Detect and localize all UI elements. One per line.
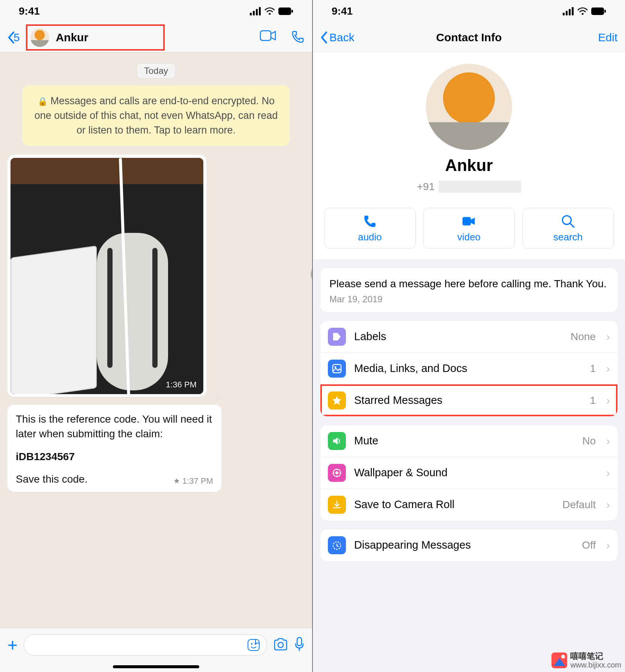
- svg-rect-20: [604, 10, 606, 13]
- chat-header: 5 Ankur: [0, 22, 312, 52]
- contact-info-screen: 9:41 Back Contact Info Edit Ankur: [313, 0, 625, 672]
- disappearing-messages-item[interactable]: Disappearing Messages Off ›: [320, 530, 617, 561]
- battery-icon: [591, 8, 606, 15]
- encryption-text: Messages and calls are end-to-end encryp…: [35, 95, 278, 136]
- phone-icon: [291, 30, 305, 44]
- battery-icon: [278, 8, 293, 15]
- chat-body[interactable]: Today 🔒 Messages and calls are end-to-en…: [0, 52, 312, 628]
- list-label: Starred Messages: [354, 394, 581, 406]
- camera-button[interactable]: [273, 638, 288, 652]
- info-header: Back Contact Info Edit: [313, 22, 625, 52]
- starred-messages-item[interactable]: Starred Messages 1 ›: [320, 384, 617, 416]
- signal-icon: [250, 7, 261, 15]
- chevron-left-icon: [320, 31, 328, 44]
- about-date: Mar 19, 2019: [320, 294, 617, 312]
- save-camera-roll-item[interactable]: Save to Camera Roll Default ›: [320, 489, 617, 520]
- phone-icon: [363, 214, 377, 228]
- svg-point-4: [269, 13, 271, 15]
- contact-header-highlight[interactable]: Ankur: [26, 24, 165, 51]
- message-line-2: Save this code.: [16, 472, 87, 487]
- lock-icon: 🔒: [38, 97, 48, 106]
- list-value: None: [571, 331, 596, 343]
- list-value: Off: [582, 539, 596, 551]
- watermark-url: www.bijixx.com: [570, 661, 621, 669]
- video-call-button[interactable]: [260, 30, 276, 45]
- back-button[interactable]: 5: [8, 31, 20, 44]
- about-text: Please send a message here before callin…: [320, 268, 617, 294]
- chevron-right-icon: ›: [606, 466, 610, 479]
- profile-phone: +91: [417, 181, 521, 193]
- svg-rect-19: [591, 8, 604, 15]
- list-label: Labels: [354, 330, 562, 343]
- chevron-right-icon: ›: [606, 539, 610, 552]
- download-icon: [328, 496, 346, 514]
- media-links-docs-item[interactable]: Media, Links, and Docs 1 ›: [320, 352, 617, 384]
- edit-button[interactable]: Edit: [598, 31, 617, 44]
- message-line-1: This is the reference code. You will nee…: [16, 413, 212, 440]
- wifi-icon: [264, 7, 275, 15]
- list-label: Disappearing Messages: [354, 539, 574, 551]
- wallpaper-sound-item[interactable]: Wallpaper & Sound ›: [320, 457, 617, 489]
- audio-action-button[interactable]: audio: [324, 208, 416, 249]
- status-time: 9:41: [19, 5, 40, 17]
- attach-button[interactable]: +: [8, 635, 18, 655]
- back-button[interactable]: Back: [320, 31, 355, 44]
- home-indicator[interactable]: [0, 662, 312, 672]
- image-message[interactable]: 1:36 PM: [8, 155, 206, 397]
- video-icon: [462, 214, 476, 228]
- svg-point-10: [255, 643, 256, 645]
- list-value: 1: [590, 363, 596, 375]
- svg-rect-3: [259, 7, 261, 15]
- svg-point-18: [582, 13, 584, 15]
- wallpaper-icon: [328, 464, 346, 482]
- svg-point-22: [562, 216, 571, 224]
- list-value: No: [582, 435, 596, 447]
- chevron-right-icon: ›: [606, 394, 610, 407]
- sticker-icon[interactable]: [247, 639, 260, 651]
- video-action-button[interactable]: video: [423, 208, 515, 249]
- svg-point-11: [278, 642, 283, 648]
- status-icons: [563, 7, 606, 15]
- phone-redacted: [439, 181, 521, 193]
- video-label: video: [457, 231, 481, 243]
- avatar-large[interactable]: [426, 64, 512, 150]
- list-label: Media, Links, and Docs: [354, 362, 581, 375]
- svg-rect-16: [569, 9, 571, 15]
- labels-item[interactable]: Labels None ›: [320, 321, 617, 352]
- list-value: Default: [562, 499, 596, 511]
- svg-line-23: [570, 224, 574, 227]
- search-action-button[interactable]: search: [522, 208, 614, 249]
- about-section[interactable]: Please send a message here before callin…: [320, 268, 617, 312]
- media-icon: [328, 360, 346, 378]
- text-message[interactable]: This is the reference code. You will nee…: [8, 405, 221, 492]
- back-label: Back: [329, 31, 355, 44]
- message-input[interactable]: [24, 634, 267, 656]
- date-separator: Today: [136, 63, 176, 79]
- svg-rect-5: [278, 8, 291, 15]
- message-meta: ★ 1:37 PM: [173, 476, 213, 487]
- wifi-icon: [577, 7, 588, 15]
- forward-button[interactable]: [311, 264, 312, 284]
- video-icon: [260, 30, 276, 41]
- mic-button[interactable]: [294, 637, 305, 653]
- chevron-right-icon: ›: [606, 362, 610, 375]
- audio-call-button[interactable]: [291, 30, 305, 45]
- watermark-name: 嘻嘻笔记: [570, 652, 621, 661]
- list-value: 1: [590, 394, 596, 406]
- svg-rect-2: [256, 9, 258, 15]
- svg-rect-1: [253, 11, 255, 15]
- mute-item[interactable]: Mute No ›: [320, 425, 617, 457]
- info-body[interactable]: Ankur +91 audio video: [313, 52, 625, 672]
- svg-rect-12: [297, 638, 302, 646]
- photo-timestamp: 1:36 PM: [166, 380, 197, 390]
- profile-name: Ankur: [445, 156, 493, 175]
- svg-rect-8: [248, 639, 259, 651]
- search-icon: [561, 214, 575, 228]
- svg-rect-14: [563, 13, 565, 15]
- phone-prefix: +91: [417, 181, 435, 193]
- page-title: Contact Info: [436, 31, 502, 44]
- svg-rect-0: [250, 13, 252, 15]
- encryption-notice[interactable]: 🔒 Messages and calls are end-to-end encr…: [23, 86, 290, 146]
- contact-name: Ankur: [56, 31, 89, 44]
- camera-icon: [273, 638, 288, 651]
